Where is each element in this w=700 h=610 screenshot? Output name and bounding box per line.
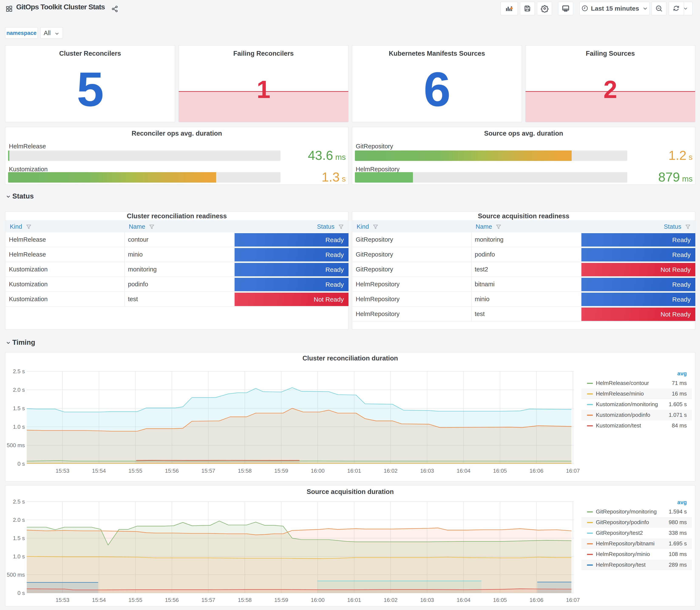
svg-text:15:55: 15:55 [129,468,142,474]
svg-text:2.0 s: 2.0 s [13,517,25,523]
svg-text:16:02: 16:02 [384,597,397,603]
svg-text:16:03: 16:03 [420,597,434,603]
svg-text:15:58: 15:58 [238,468,251,474]
svg-text:2.0 s: 2.0 s [13,387,25,393]
svg-text:15:53: 15:53 [55,468,69,474]
svg-text:16:04: 16:04 [457,597,471,603]
svg-text:500 ms: 500 ms [7,572,25,578]
svg-text:16:04: 16:04 [457,468,471,474]
svg-text:15:57: 15:57 [201,597,215,603]
svg-text:2.5 s: 2.5 s [13,368,25,374]
svg-text:16:05: 16:05 [493,468,507,474]
svg-text:15:53: 15:53 [55,597,69,603]
svg-text:15:56: 15:56 [165,597,179,603]
svg-text:15:55: 15:55 [129,597,142,603]
svg-text:15:59: 15:59 [274,597,288,603]
svg-text:15:59: 15:59 [274,468,288,474]
svg-text:16:00: 16:00 [311,597,325,603]
svg-text:0 s: 0 s [17,590,25,596]
svg-text:500 ms: 500 ms [7,442,25,448]
svg-text:16:05: 16:05 [493,597,507,603]
svg-text:16:06: 16:06 [530,468,543,474]
svg-text:16:01: 16:01 [347,597,361,603]
svg-text:16:06: 16:06 [530,597,543,603]
svg-text:15:54: 15:54 [92,468,106,474]
svg-text:15:57: 15:57 [201,468,215,474]
svg-text:1.0 s: 1.0 s [13,553,25,560]
svg-text:1.0 s: 1.0 s [13,423,25,430]
svg-text:16:00: 16:00 [311,468,325,474]
svg-text:16:01: 16:01 [347,468,361,474]
svg-text:1.5 s: 1.5 s [13,405,25,412]
svg-text:2.5 s: 2.5 s [13,498,25,505]
svg-text:16:03: 16:03 [420,468,434,474]
svg-text:15:56: 15:56 [165,468,179,474]
svg-text:16:02: 16:02 [384,468,397,474]
svg-text:16:07: 16:07 [566,468,580,474]
svg-text:15:58: 15:58 [238,597,251,603]
svg-text:1.5 s: 1.5 s [13,535,25,541]
svg-text:16:07: 16:07 [566,597,580,603]
svg-text:0 s: 0 s [17,461,25,467]
svg-text:15:54: 15:54 [92,597,106,603]
